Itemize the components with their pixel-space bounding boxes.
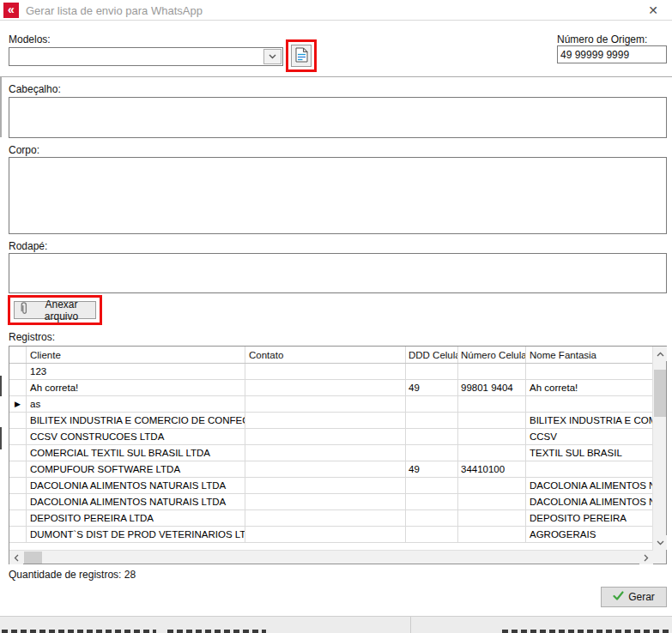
table-row[interactable]: 123 — [9, 364, 666, 380]
cell-ddd-celular[interactable] — [406, 364, 458, 379]
cell-contato[interactable] — [245, 494, 406, 509]
rodape-textarea[interactable] — [9, 253, 667, 293]
grid-header-cliente[interactable]: Cliente — [27, 347, 245, 363]
cell-nome-fantasia[interactable]: DACOLONIA ALIMENTOS NAT — [526, 494, 653, 509]
cell-ddd-celular[interactable]: 49 — [406, 461, 458, 477]
cell-nome-fantasia[interactable]: DACOLONIA ALIMENTOS NAT — [526, 478, 653, 493]
cell-contato[interactable] — [245, 396, 406, 412]
horizontal-scroll-thumb[interactable] — [24, 552, 42, 564]
row-selector-cell[interactable] — [9, 364, 27, 379]
grid-header-contato[interactable]: Contato — [245, 347, 406, 363]
cell-ddd-celular[interactable] — [406, 445, 458, 461]
row-selector-cell[interactable] — [9, 380, 27, 395]
row-selector-cell[interactable] — [9, 527, 27, 542]
modelos-combobox[interactable] — [9, 47, 283, 66]
scroll-right-icon[interactable] — [639, 551, 653, 564]
anexar-arquivo-button[interactable]: Anexar arquivo — [14, 301, 96, 319]
grid-header-ddd-celular[interactable]: DDD Celular — [406, 347, 458, 363]
row-selector-cell[interactable]: ▶ — [9, 396, 27, 412]
corpo-textarea[interactable] — [9, 157, 667, 234]
cell-ddd-celular[interactable] — [406, 478, 458, 493]
cell-ddd-celular[interactable]: 49 — [406, 380, 458, 395]
cell-cliente[interactable]: Ah correta! — [27, 380, 245, 395]
cell-cliente[interactable]: CCSV CONSTRUCOES LTDA — [27, 429, 245, 444]
cell-contato[interactable] — [245, 461, 406, 477]
cell-cliente[interactable]: DEPOSITO PEREIRA LTDA — [27, 510, 245, 526]
cell-cliente[interactable]: DUMONT`S DIST DE PROD VETERINARIOS LTDA — [27, 527, 245, 542]
table-row[interactable]: COMERCIAL TEXTIL SUL BRASIL LTDA TEXTIL … — [9, 445, 666, 461]
cell-contato[interactable] — [245, 429, 406, 444]
cell-numero-celular[interactable] — [458, 478, 526, 493]
cell-contato[interactable] — [245, 380, 406, 395]
cell-cliente[interactable]: 123 — [27, 364, 245, 379]
cell-cliente[interactable]: DACOLONIA ALIMENTOS NATURAIS LTDA — [27, 494, 245, 509]
row-selector-cell[interactable] — [9, 478, 27, 493]
table-row[interactable]: COMPUFOUR SOFTWARE LTDA 49 34410100 — [9, 461, 666, 478]
cell-numero-celular[interactable] — [458, 445, 526, 461]
table-row[interactable]: DACOLONIA ALIMENTOS NATURAIS LTDA DACOLO… — [9, 478, 666, 494]
cell-contato[interactable] — [245, 478, 406, 493]
cell-contato[interactable] — [245, 364, 406, 379]
grid-header-numero-celular[interactable]: Número Celular — [458, 347, 526, 363]
cell-numero-celular[interactable] — [458, 510, 526, 526]
cell-nome-fantasia[interactable]: CCSV — [526, 429, 653, 444]
cell-contato[interactable] — [245, 527, 406, 542]
table-row[interactable]: CCSV CONSTRUCOES LTDA CCSV — [9, 429, 666, 445]
cell-nome-fantasia[interactable] — [526, 364, 653, 379]
row-selector-cell[interactable] — [9, 413, 27, 428]
cabecalho-textarea[interactable] — [9, 97, 667, 138]
cell-numero-celular[interactable] — [458, 494, 526, 509]
cell-numero-celular[interactable] — [458, 429, 526, 444]
scroll-up-icon[interactable] — [653, 347, 667, 361]
table-row[interactable]: DACOLONIA ALIMENTOS NATURAIS LTDA DACOLO… — [9, 494, 666, 510]
cell-ddd-celular[interactable] — [406, 413, 458, 428]
cell-ddd-celular[interactable] — [406, 429, 458, 444]
table-row[interactable]: DUMONT`S DIST DE PROD VETERINARIOS LTDA … — [9, 527, 666, 543]
scroll-left-icon[interactable] — [9, 551, 23, 564]
cell-cliente[interactable]: COMPUFOUR SOFTWARE LTDA — [27, 461, 245, 477]
gerar-button[interactable]: Gerar — [601, 587, 667, 607]
cell-contato[interactable] — [245, 510, 406, 526]
cell-numero-celular[interactable] — [458, 527, 526, 542]
cell-cliente[interactable]: DACOLONIA ALIMENTOS NATURAIS LTDA — [27, 478, 245, 493]
cell-nome-fantasia[interactable]: Ah correta! — [526, 380, 653, 395]
novo-modelo-button[interactable] — [291, 45, 312, 67]
cell-nome-fantasia[interactable]: BILITEX INDUSTRIA E COMER — [526, 413, 653, 428]
vertical-scrollbar[interactable] — [652, 347, 666, 550]
cell-nome-fantasia[interactable]: DEPOSITO PEREIRA — [526, 510, 653, 526]
cell-cliente[interactable]: BILITEX INDUSTRIA E COMERCIO DE CONFECCO… — [27, 413, 245, 428]
cell-nome-fantasia[interactable]: AGROGERAIS — [526, 527, 653, 542]
cell-contato[interactable] — [245, 413, 406, 428]
row-selector-cell[interactable] — [9, 510, 27, 526]
cell-numero-celular[interactable] — [458, 396, 526, 412]
cell-ddd-celular[interactable] — [406, 396, 458, 412]
titlebar[interactable]: « Gerar lista de envio para WhatsApp ✕ — [0, 0, 672, 21]
table-row[interactable]: DEPOSITO PEREIRA LTDA DEPOSITO PEREIRA — [9, 510, 666, 527]
chevron-down-icon[interactable] — [263, 49, 282, 64]
cell-ddd-celular[interactable] — [406, 527, 458, 542]
table-row[interactable]: Ah correta! 49 99801 9404 Ah correta! — [9, 380, 666, 396]
cell-contato[interactable] — [245, 445, 406, 461]
cell-numero-celular[interactable]: 34410100 — [458, 461, 526, 477]
cell-numero-celular[interactable]: 99801 9404 — [458, 380, 526, 395]
grid-header-nome-fantasia[interactable]: Nome Fantasia — [526, 347, 653, 363]
row-selector-cell[interactable] — [9, 494, 27, 509]
row-selector-cell[interactable] — [9, 429, 27, 444]
cell-numero-celular[interactable] — [458, 364, 526, 379]
numero-origem-input[interactable] — [557, 45, 667, 63]
vertical-scroll-thumb[interactable] — [654, 370, 666, 417]
horizontal-scrollbar[interactable] — [9, 550, 666, 564]
cell-nome-fantasia[interactable] — [526, 396, 653, 412]
row-selector-cell[interactable] — [9, 445, 27, 461]
cell-ddd-celular[interactable] — [406, 494, 458, 509]
table-row[interactable]: ▶ as — [9, 396, 666, 413]
cell-ddd-celular[interactable] — [406, 510, 458, 526]
cell-cliente[interactable]: COMERCIAL TEXTIL SUL BRASIL LTDA — [27, 445, 245, 461]
cell-nome-fantasia[interactable] — [526, 461, 653, 477]
cell-nome-fantasia[interactable]: TEXTIL SUL BRASIL — [526, 445, 653, 461]
cell-cliente[interactable]: as — [27, 396, 245, 412]
close-icon[interactable]: ✕ — [645, 3, 662, 18]
table-row[interactable]: BILITEX INDUSTRIA E COMERCIO DE CONFECCO… — [9, 413, 666, 429]
cell-numero-celular[interactable] — [458, 413, 526, 428]
scroll-down-icon[interactable] — [653, 535, 667, 550]
